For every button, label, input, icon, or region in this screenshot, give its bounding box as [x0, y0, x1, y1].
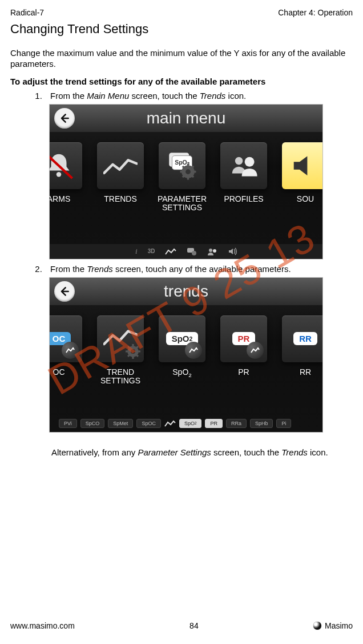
- footer-brand: Masimo: [313, 621, 353, 630]
- screen-title: trends: [50, 282, 322, 301]
- pill-rra[interactable]: RRa: [226, 419, 247, 428]
- screenshot-trends: trends OC OC: [49, 277, 323, 433]
- profiles-icon: [228, 150, 259, 181]
- tile-alarms[interactable]: ARMS: [49, 142, 85, 213]
- trends-small-icon[interactable]: [164, 419, 176, 427]
- tile-pr[interactable]: PR PR: [217, 315, 270, 386]
- svg-point-15: [245, 157, 255, 166]
- trend-badge-icon: [247, 342, 264, 359]
- lead-paragraph: Change the maximum value and the minimum…: [10, 48, 353, 70]
- svg-point-17: [192, 251, 196, 255]
- tile-trends[interactable]: TRENDS: [94, 142, 147, 213]
- info-icon[interactable]: i: [135, 247, 138, 256]
- trend-badge-icon: [185, 342, 202, 359]
- svg-line-12: [183, 175, 185, 177]
- mini-toolbar: i 3D: [50, 244, 322, 259]
- svg-line-13: [192, 166, 194, 168]
- svg-line-27: [136, 354, 138, 356]
- param-small-icon[interactable]: [187, 247, 197, 255]
- svg-line-29: [136, 346, 138, 348]
- gear-icon: [126, 344, 140, 359]
- tile-profiles[interactable]: PROFILES: [217, 142, 270, 213]
- parameter-settings-icon: SpO₂: [166, 150, 198, 182]
- svg-line-28: [128, 354, 130, 356]
- pill-spoc[interactable]: SpOC: [136, 419, 161, 428]
- footer-url: www.masimo.com: [10, 621, 75, 630]
- footer-page-number: 84: [189, 621, 199, 630]
- screen-title: main menu: [50, 109, 322, 127]
- svg-point-14: [235, 157, 243, 165]
- screenshot-main-menu: main menu ARMS: [49, 104, 323, 259]
- svg-line-10: [183, 166, 185, 168]
- svg-line-11: [192, 175, 194, 177]
- speaker-icon: [290, 150, 321, 181]
- trend-badge-icon: [62, 342, 79, 359]
- tile-parameter-settings[interactable]: SpO₂ PARAMETER SETTINGS: [156, 142, 208, 213]
- bell-icon: [49, 150, 74, 181]
- pill-spco[interactable]: SpCO: [80, 419, 105, 428]
- svg-point-0: [57, 171, 61, 176]
- pill-spmet[interactable]: SpMet: [108, 419, 133, 428]
- instruction-heading: To adjust the trend settings for any of …: [10, 77, 353, 86]
- svg-line-26: [128, 346, 130, 348]
- step-1: From the Main Menu screen, touch the Tre…: [45, 91, 353, 101]
- pill-spo2[interactable]: SpO2: [179, 419, 202, 428]
- svg-point-19: [213, 249, 216, 253]
- trends-small-icon[interactable]: [165, 247, 176, 255]
- tile-rr[interactable]: RR RR: [279, 315, 323, 386]
- pill-pr[interactable]: PR: [205, 419, 223, 428]
- doc-model: Radical-7: [10, 8, 44, 17]
- pill-sphb[interactable]: SpHb: [250, 419, 273, 428]
- svg-point-21: [131, 349, 135, 353]
- step-2: From the Trends screen, touch any of the…: [45, 264, 353, 274]
- tile-spo2[interactable]: SpO2 SpO2: [156, 315, 208, 386]
- pill-pi[interactable]: Pi: [276, 419, 291, 428]
- threeD-icon[interactable]: 3D: [148, 248, 155, 254]
- rr-badge: RR: [293, 332, 317, 345]
- section-title: Changing Trend Settings: [10, 22, 353, 37]
- tile-sounds[interactable]: SOU: [279, 142, 323, 213]
- sound-small-icon[interactable]: [228, 247, 238, 255]
- svg-point-5: [185, 169, 191, 174]
- doc-chapter: Chapter 4: Operation: [278, 8, 353, 17]
- brand-logo-icon: [313, 622, 321, 630]
- svg-point-18: [209, 249, 212, 252]
- tile-trend-settings[interactable]: TREND SETTINGS: [94, 315, 147, 386]
- pill-pvi[interactable]: PVi: [59, 419, 77, 428]
- tile-oc[interactable]: OC OC: [49, 315, 85, 386]
- profiles-small-icon[interactable]: [207, 247, 217, 255]
- trends-icon: [103, 153, 138, 178]
- alternative-instruction: Alternatively, from any Parameter Settin…: [51, 447, 353, 457]
- parameter-pill-bar: PVi SpCO SpMet SpOC SpO2 PR RRa SpHb Pi: [50, 417, 322, 430]
